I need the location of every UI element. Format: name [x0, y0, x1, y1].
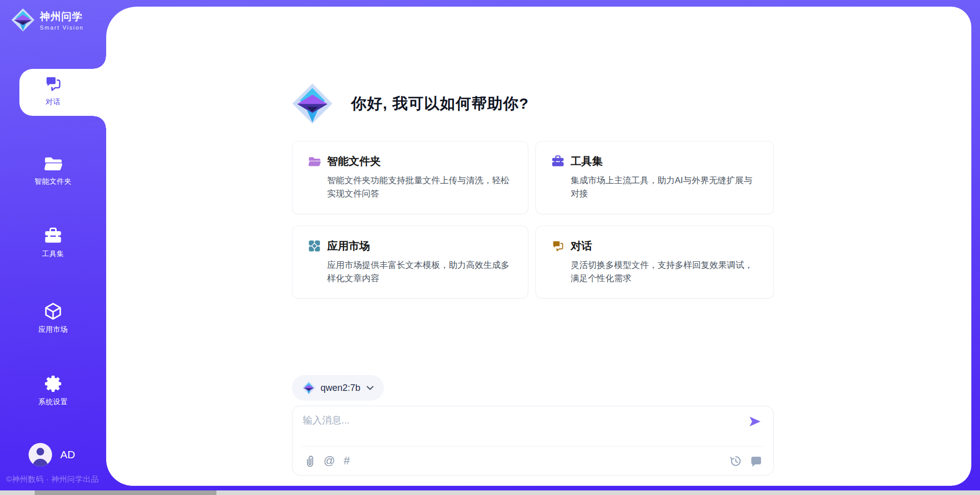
scrollbar-thumb[interactable] [35, 490, 216, 495]
diamond-logo-icon [292, 83, 333, 124]
paperclip-icon [304, 454, 315, 467]
briefcase-icon [551, 155, 565, 168]
chat-bubble-icon [750, 455, 762, 467]
history-icon [730, 455, 742, 467]
feature-card-smart-folders[interactable]: 智能文件夹 智能文件夹功能支持批量文件上传与清洗，轻松实现文件问答 [292, 141, 528, 214]
gear-icon [43, 375, 63, 393]
main-panel: 你好, 我可以如何帮助你? 智能文件夹 智能文件夹功能支持批量文件上传与清洗，轻… [106, 7, 971, 486]
sidebar-item-chat[interactable]: 对话 [0, 75, 106, 107]
card-title: 应用市场 [327, 239, 370, 253]
message-composer: @ # [292, 406, 774, 476]
greeting: 你好, 我可以如何帮助你? [292, 7, 774, 124]
cube-icon [43, 302, 63, 320]
feature-card-chat[interactable]: 对话 灵活切换多模型文件，支持多样回复效果调试，满足个性化需求 [535, 226, 774, 299]
brand-subtitle: Smart Vision [40, 24, 84, 31]
feature-card-toolset[interactable]: 工具集 集成市场上主流工具，助力AI与外界无缝扩展与对接 [535, 141, 774, 214]
briefcase-icon [43, 227, 63, 245]
diamond-logo-icon [11, 8, 35, 32]
chevron-down-icon [366, 386, 374, 390]
composer-divider [302, 446, 764, 447]
chat-icon [43, 75, 63, 93]
card-description: 集成市场上主流工具，助力AI与外界无缝扩展与对接 [571, 174, 758, 201]
sidebar-item-toolset[interactable]: 工具集 [0, 227, 106, 259]
card-title: 智能文件夹 [327, 154, 381, 168]
app-grid-icon [308, 239, 321, 253]
avatar [29, 443, 52, 466]
model-name: qwen2:7b [321, 383, 360, 393]
card-description: 灵活切换多模型文件，支持多样回复效果调试，满足个性化需求 [571, 259, 758, 286]
card-description: 智能文件夹功能支持批量文件上传与清洗，轻松实现文件问答 [327, 174, 512, 201]
brand-name: 神州问学 [40, 10, 84, 23]
sidebar-item-label: 智能文件夹 [35, 177, 72, 186]
mention-button[interactable]: @ [324, 455, 335, 466]
person-icon [29, 443, 52, 466]
at-icon: @ [324, 454, 335, 467]
sidebar-footer: ©神州数码 · 神州问学出品 [6, 475, 99, 484]
composer-toolbar: @ # [304, 454, 762, 467]
message-input[interactable] [303, 414, 742, 442]
sidebar-item-label: 对话 [46, 97, 61, 107]
card-title: 工具集 [571, 154, 603, 168]
sidebar-item-label: 工具集 [42, 250, 64, 259]
history-button[interactable] [730, 455, 742, 467]
sidebar: 神州问学 Smart Vision 对话 智能文件夹 工具集 应用市场 系统设置 [0, 0, 106, 495]
send-icon [748, 414, 762, 429]
folder-icon [308, 155, 321, 168]
folder-icon [43, 154, 63, 172]
sidebar-item-label: 应用市场 [38, 325, 68, 334]
horizontal-scrollbar[interactable] [0, 490, 980, 495]
topic-button[interactable]: # [344, 455, 350, 466]
greeting-title: 你好, 我可以如何帮助你? [351, 93, 529, 114]
user-initials: AD [60, 449, 75, 461]
user-profile[interactable]: AD [29, 443, 75, 466]
sidebar-item-system-settings[interactable]: 系统设置 [0, 375, 106, 407]
active-nav-fillet-top [94, 57, 106, 69]
active-nav-fillet-bottom [94, 116, 106, 128]
card-description: 应用市场提供丰富长文本模板，助力高效生成多样化文章内容 [327, 259, 512, 286]
chat-icon [551, 239, 565, 253]
feedback-button[interactable] [750, 455, 762, 467]
send-button[interactable] [748, 414, 763, 429]
attach-button[interactable] [304, 454, 315, 467]
model-selector[interactable]: qwen2:7b [292, 375, 384, 401]
sidebar-item-label: 系统设置 [38, 398, 68, 407]
card-title: 对话 [571, 239, 592, 253]
hash-icon: # [344, 454, 350, 467]
feature-card-app-market[interactable]: 应用市场 应用市场提供丰富长文本模板，助力高效生成多样化文章内容 [292, 226, 528, 299]
sidebar-item-app-market[interactable]: 应用市场 [0, 302, 106, 334]
diamond-logo-icon [302, 381, 315, 394]
feature-cards: 智能文件夹 智能文件夹功能支持批量文件上传与清洗，轻松实现文件问答 工具集 集成… [292, 141, 774, 299]
sidebar-item-smart-folders[interactable]: 智能文件夹 [0, 154, 106, 186]
brand: 神州问学 Smart Vision [11, 8, 84, 32]
